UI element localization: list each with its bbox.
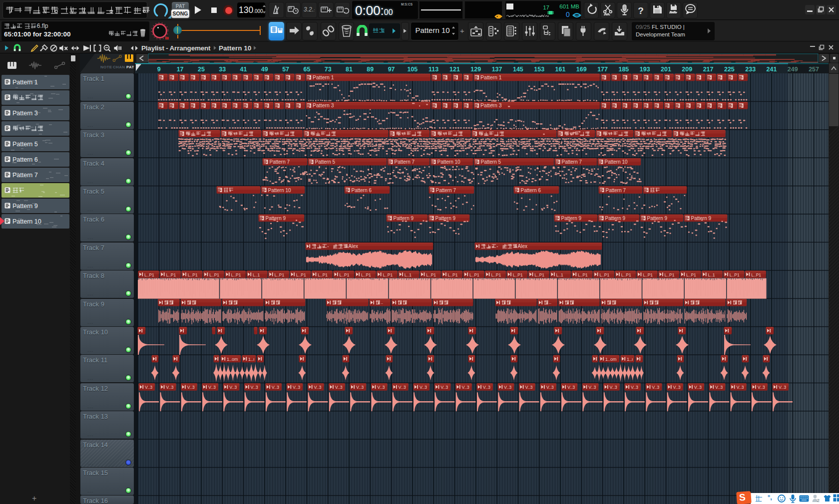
svg-text:L..P1: L..P1 xyxy=(513,272,523,277)
svg-text:L..P1: L..P1 xyxy=(621,272,631,277)
svg-text:185: 185 xyxy=(618,66,629,73)
svg-text:129: 129 xyxy=(470,66,481,73)
svg-text:225: 225 xyxy=(724,66,735,73)
svg-text:L..P1: L..P1 xyxy=(665,272,675,277)
svg-text:L..P1: L..P1 xyxy=(730,272,740,277)
svg-text:Pattern 6: Pattern 6 xyxy=(521,188,541,193)
svg-text:V..3: V..3 xyxy=(229,385,237,390)
svg-text:Alex: Alex xyxy=(349,244,358,249)
svg-text:V..3: V..3 xyxy=(631,385,638,390)
svg-text:97: 97 xyxy=(388,66,395,73)
svg-text:Alex: Alex xyxy=(518,244,527,249)
svg-text:Pattern 10: Pattern 10 xyxy=(605,159,628,165)
svg-text:L..P1: L..P1 xyxy=(578,272,588,277)
svg-text:1..om: 1..om xyxy=(227,357,238,362)
svg-text:L..P1: L..P1 xyxy=(643,272,653,277)
svg-text:L..P1: L..P1 xyxy=(469,272,479,277)
svg-text:257: 257 xyxy=(809,66,819,73)
svg-text:L..P1: L..P1 xyxy=(209,272,219,277)
svg-text:V..3: V..3 xyxy=(779,385,786,390)
svg-text:V..3: V..3 xyxy=(462,385,469,390)
svg-text:L..1: L..1 xyxy=(405,272,412,277)
svg-text:Pattern 1: Pattern 1 xyxy=(313,74,334,80)
svg-text:Pattern 10: Pattern 10 xyxy=(437,159,461,165)
svg-text:Pattern 9: Pattern 9 xyxy=(394,216,414,221)
svg-text:L..P1: L..P1 xyxy=(491,272,501,277)
svg-text:V..3: V..3 xyxy=(440,385,448,390)
svg-text:193: 193 xyxy=(640,66,650,73)
svg-text:Pattern 7: Pattern 7 xyxy=(606,188,626,193)
svg-text:V..3: V..3 xyxy=(610,385,617,390)
svg-text:V..3: V..3 xyxy=(736,385,744,390)
svg-text:57: 57 xyxy=(282,66,289,73)
svg-text:201: 201 xyxy=(661,66,671,73)
svg-text:V..3: V..3 xyxy=(567,385,575,390)
svg-text:?: ? xyxy=(638,5,644,16)
svg-text:9: 9 xyxy=(157,66,161,73)
svg-text:73: 73 xyxy=(325,66,332,73)
svg-text:..: .. xyxy=(549,299,551,305)
svg-text:V..3: V..3 xyxy=(356,385,364,390)
svg-text:V..3: V..3 xyxy=(314,385,321,390)
svg-text:L..P1: L..P1 xyxy=(166,272,176,277)
svg-text:Pattern 7: Pattern 7 xyxy=(436,188,456,193)
svg-text:-: - xyxy=(327,244,329,249)
svg-text:121: 121 xyxy=(449,66,460,73)
svg-text:17: 17 xyxy=(177,66,184,73)
svg-text:L..P1: L..P1 xyxy=(599,272,609,277)
svg-text:2: 2 xyxy=(817,498,820,503)
svg-text:L..1: L..1 xyxy=(708,272,715,277)
svg-text:Pattern 3: Pattern 3 xyxy=(313,102,334,108)
svg-text:1..om: 1..om xyxy=(605,357,617,362)
svg-text:V..3: V..3 xyxy=(420,385,427,390)
svg-text:V..3: V..3 xyxy=(673,385,681,390)
svg-text:V..3: V..3 xyxy=(694,385,702,390)
svg-text:V..3: V..3 xyxy=(715,385,723,390)
svg-text:V..3: V..3 xyxy=(166,385,173,390)
svg-text:161: 161 xyxy=(555,66,566,73)
svg-text:L..P1: L..P1 xyxy=(686,272,696,277)
svg-text:177: 177 xyxy=(597,66,608,73)
svg-text:L..P1: L..P1 xyxy=(361,272,371,277)
svg-text:169: 169 xyxy=(576,66,587,73)
svg-text:137: 137 xyxy=(492,66,502,73)
svg-text:L..P1: L..P1 xyxy=(144,272,154,277)
svg-text:217: 217 xyxy=(703,66,714,73)
svg-text:L..1: L..1 xyxy=(556,272,563,277)
svg-text:Pattern 9: Pattern 9 xyxy=(647,216,668,221)
svg-text:L..P1: L..P1 xyxy=(296,272,306,277)
svg-text:241: 241 xyxy=(767,66,777,73)
svg-text:41: 41 xyxy=(240,66,247,73)
svg-text:V..3: V..3 xyxy=(588,385,596,390)
svg-text:L..P1: L..P1 xyxy=(188,272,198,277)
svg-text:6.flp: 6.flp xyxy=(37,23,48,29)
svg-text:V..3: V..3 xyxy=(251,385,258,390)
svg-text:Pattern 7: Pattern 7 xyxy=(270,159,290,165)
svg-text:145: 145 xyxy=(513,66,523,73)
svg-text:Pattern 9: Pattern 9 xyxy=(561,216,582,221)
svg-text:V..3: V..3 xyxy=(145,385,152,390)
svg-text:L..P1: L..P1 xyxy=(751,272,761,277)
svg-text:105: 105 xyxy=(407,66,418,73)
svg-text:65: 65 xyxy=(303,66,310,73)
svg-text:V..3: V..3 xyxy=(187,385,195,390)
svg-text:L..P1: L..P1 xyxy=(534,272,544,277)
svg-text:113: 113 xyxy=(428,66,438,73)
svg-text:V..3: V..3 xyxy=(399,385,406,390)
svg-text:V..3: V..3 xyxy=(758,385,765,390)
svg-text:Pattern 5: Pattern 5 xyxy=(481,159,501,165)
svg-text:49: 49 xyxy=(261,66,268,73)
svg-text:L..P1: L..P1 xyxy=(318,272,328,277)
svg-text:V..3: V..3 xyxy=(377,385,385,390)
svg-text:L..P1: L..P1 xyxy=(340,272,350,277)
svg-text:V..3: V..3 xyxy=(525,385,532,390)
svg-text:Pattern 3: Pattern 3 xyxy=(480,102,502,108)
svg-text:Pattern 9: Pattern 9 xyxy=(266,216,286,221)
svg-text:-: - xyxy=(496,244,498,249)
svg-text:L..P1: L..P1 xyxy=(274,272,284,277)
svg-text:Pattern 7: Pattern 7 xyxy=(395,159,415,165)
svg-text:25: 25 xyxy=(198,66,205,73)
svg-text:153: 153 xyxy=(534,66,544,73)
svg-text:L..P1: L..P1 xyxy=(231,272,241,277)
svg-text:1..ı: 1..ı xyxy=(248,357,255,362)
